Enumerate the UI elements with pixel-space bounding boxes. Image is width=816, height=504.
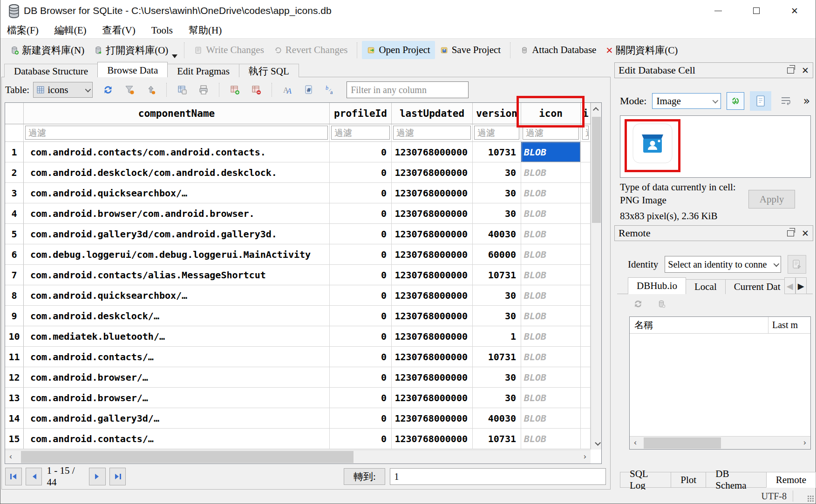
cell-componentName[interactable]: com.android.deskclock/com.android.deskcl… — [24, 162, 330, 183]
prev-page-button[interactable] — [26, 468, 42, 485]
cell-profileId[interactable]: 0 — [330, 429, 392, 449]
corner-header-cell[interactable] — [5, 103, 24, 124]
dock-tab-sql-log[interactable]: SQL Log — [620, 472, 671, 488]
tab-execute-sql[interactable]: 執行 SQL — [239, 64, 299, 77]
cell-icon-blob[interactable]: BLOB — [521, 367, 581, 388]
filter-profileId[interactable]: 過濾 — [331, 126, 390, 140]
print-button[interactable] — [197, 84, 210, 96]
cell-componentName[interactable]: com.android.browser/… — [24, 388, 330, 408]
row-number[interactable]: 2 — [5, 162, 24, 183]
dock-tab-db-schema[interactable]: DB Schema — [706, 472, 766, 488]
row-number[interactable]: 13 — [5, 388, 24, 408]
remote-tab-dbhub[interactable]: DBHub.io — [628, 277, 686, 294]
text-mode-button[interactable] — [750, 91, 771, 111]
more-options-button[interactable]: » — [803, 94, 810, 108]
remote-refresh-button[interactable] — [633, 299, 643, 309]
next-page-button[interactable] — [89, 468, 106, 485]
cell-lastUpdated[interactable]: 1230768000000 — [392, 306, 473, 326]
cell-icon-blob[interactable]: BLOB — [521, 347, 581, 367]
scroll-left-arrow[interactable]: ‹ — [5, 450, 16, 463]
table-row[interactable]: 8 com.android.quicksearchbox/… 0 1230768… — [5, 285, 601, 306]
clear-filters-button[interactable] — [123, 84, 136, 96]
row-number[interactable]: 4 — [5, 203, 24, 224]
write-changes-button[interactable]: Write Changes — [189, 41, 269, 59]
cell-version[interactable]: 10731 — [473, 429, 521, 449]
cell-componentName[interactable]: com.android.browser/com.android.browser. — [24, 203, 330, 224]
cell-profileId[interactable]: 0 — [330, 388, 392, 408]
cell-componentName[interactable]: com.android.deskclock/… — [24, 306, 330, 326]
cell-lastUpdated[interactable]: 1230768000000 — [392, 142, 473, 162]
first-page-button[interactable] — [5, 468, 22, 485]
cell-icon-blob[interactable]: BLOB — [521, 183, 581, 203]
open-project-button[interactable]: Open Project — [362, 41, 435, 59]
identity-selector[interactable]: Select an identity to conne — [665, 256, 781, 273]
cell-profileId[interactable]: 0 — [330, 142, 392, 162]
import-data-button[interactable] — [727, 92, 744, 110]
menu-view[interactable]: 查看(V) — [101, 23, 137, 38]
row-number[interactable]: 15 — [5, 429, 24, 449]
table-row[interactable]: 14 com.android.gallery3d/… 0 12307680000… — [5, 408, 601, 429]
cell-lastUpdated[interactable]: 1230768000000 — [392, 388, 473, 408]
cell-version[interactable]: 30 — [473, 285, 521, 306]
vertical-scrollbar[interactable] — [591, 103, 601, 450]
cell-version[interactable]: 30 — [473, 203, 521, 224]
new-database-button[interactable]: 新建資料庫(N) — [5, 40, 89, 60]
open-database-dropdown-arrow[interactable] — [172, 54, 177, 58]
cell-partial[interactable] — [581, 306, 591, 326]
cell-icon-blob[interactable]: BLOB — [521, 285, 581, 306]
remote-tab-local[interactable]: Local — [686, 279, 726, 294]
table-row[interactable]: 1 com.android.contacts/com.android.conta… — [5, 142, 601, 162]
cell-lastUpdated[interactable]: 1230768000000 — [392, 265, 473, 285]
cell-lastUpdated[interactable]: 1230768000000 — [392, 408, 473, 429]
cell-profileId[interactable]: 0 — [330, 183, 392, 203]
cell-componentName[interactable]: com.android.gallery3d/… — [24, 408, 330, 429]
table-row[interactable]: 11 com.android.contacts/… 0 123076800000… — [5, 347, 601, 367]
cell-componentName[interactable]: com.android.contacts/alias.MessageShortc… — [24, 265, 330, 285]
apply-button[interactable]: Apply — [748, 190, 795, 208]
dock-tab-remote[interactable]: Remote — [766, 472, 816, 488]
cell-icon-blob[interactable]: BLOB — [521, 265, 581, 285]
column-header-lastUpdated[interactable]: lastUpdated — [392, 103, 473, 124]
row-number[interactable]: 8 — [5, 285, 24, 306]
remote-horizontal-scrollbar[interactable]: ‹ › — [630, 436, 810, 449]
cell-lastUpdated[interactable]: 1230768000000 — [392, 347, 473, 367]
cell-version[interactable]: 60000 — [473, 244, 521, 265]
cell-profileId[interactable]: 0 — [330, 347, 392, 367]
goto-input[interactable] — [390, 468, 606, 485]
tab-scroll-right-button[interactable]: ▶ — [796, 277, 807, 294]
cell-lastUpdated[interactable]: 1230768000000 — [392, 162, 473, 183]
table-row[interactable]: 7 com.android.contacts/alias.MessageShor… — [5, 265, 601, 285]
remote-tab-current-database[interactable]: Current Dat — [725, 279, 785, 294]
menu-tools[interactable]: Tools — [150, 24, 175, 37]
scroll-left-arrow[interactable]: ‹ — [630, 437, 641, 449]
row-number[interactable]: 3 — [5, 183, 24, 203]
import-certificate-button[interactable] — [788, 255, 806, 274]
cell-lastUpdated[interactable]: 1230768000000 — [392, 326, 473, 347]
cell-partial[interactable] — [581, 388, 591, 408]
cell-partial[interactable] — [581, 326, 591, 347]
clear-sort-button[interactable] — [145, 84, 157, 96]
horizontal-scrollbar[interactable]: ‹ › — [5, 450, 591, 464]
cell-icon-blob[interactable]: BLOB — [521, 224, 581, 244]
cell-version[interactable]: 10731 — [473, 265, 521, 285]
close-database-button[interactable]: ✕ 關閉資料庫(C) — [601, 40, 682, 60]
float-panel-icon[interactable] — [787, 230, 794, 236]
minimize-button[interactable] — [706, 0, 731, 21]
word-wrap-button[interactable] — [777, 92, 795, 110]
cell-version[interactable]: 30 — [473, 306, 521, 326]
cell-partial[interactable] — [581, 408, 591, 429]
cell-profileId[interactable]: 0 — [330, 244, 392, 265]
row-number[interactable]: 14 — [5, 408, 24, 429]
cell-componentName[interactable]: com.android.contacts/… — [24, 347, 330, 367]
scroll-right-arrow[interactable]: › — [579, 450, 591, 463]
close-panel-icon[interactable]: ✕ — [802, 65, 809, 75]
scroll-up-arrow[interactable] — [591, 103, 602, 115]
row-number[interactable]: 5 — [5, 224, 24, 244]
cell-partial[interactable] — [581, 367, 591, 388]
table-row[interactable]: 13 com.android.browser/… 0 1230768000000… — [5, 388, 601, 408]
open-database-button[interactable]: 打開資料庫(O) — [89, 40, 173, 60]
cell-lastUpdated[interactable]: 1230768000000 — [392, 367, 473, 388]
table-row[interactable]: 9 com.android.deskclock/… 0 123076800000… — [5, 306, 601, 326]
cell-icon-blob[interactable]: BLOB — [521, 142, 581, 162]
row-number[interactable]: 11 — [5, 347, 24, 367]
